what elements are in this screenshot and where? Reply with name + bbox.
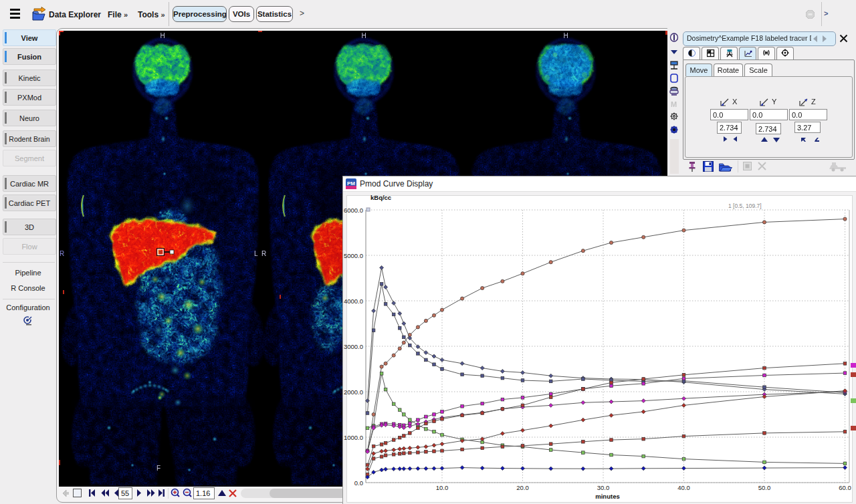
svg-text:5000.0: 5000.0 [344,252,363,259]
svg-text:4000.0: 4000.0 [344,297,363,305]
svg-text:1000.0: 1000.0 [344,434,363,441]
svg-text:3000.0: 3000.0 [344,343,363,350]
svg-text:2000.0: 2000.0 [344,388,363,396]
svg-text:M: M [671,100,677,108]
svg-text:20.0: 20.0 [516,484,529,491]
svg-text:PM: PM [347,180,355,186]
svg-text:kBq/cc: kBq/cc [370,194,391,201]
svg-text:30.0: 30.0 [597,484,610,491]
svg-text:0.0: 0.0 [354,479,363,487]
svg-text:50.0: 50.0 [758,484,771,491]
svg-text:60.0: 60.0 [839,484,851,491]
svg-text:10.0: 10.0 [436,484,449,491]
svg-text:6000.0: 6000.0 [344,207,363,214]
svg-text:minutes: minutes [595,493,619,500]
svg-text:1 [0.5, 109.7]: 1 [0.5, 109.7] [728,203,762,209]
svg-text:40.0: 40.0 [677,484,690,491]
